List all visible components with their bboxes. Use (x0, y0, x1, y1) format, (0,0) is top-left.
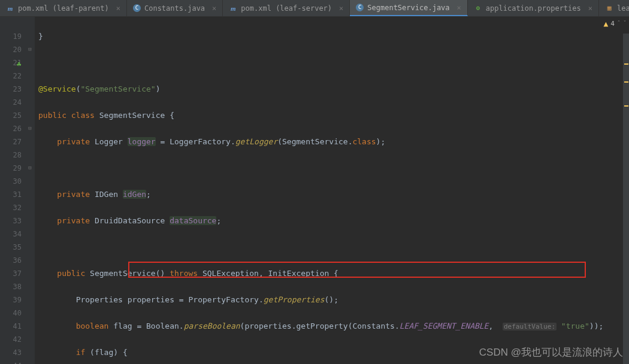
editor-tabs: mpom.xml (leaf-parent)× CConstants.java×… (0, 0, 629, 17)
tab-pom-parent[interactable]: mpom.xml (leaf-parent)× (0, 0, 127, 16)
line-number: 35 (0, 241, 22, 254)
line-number: 43 (0, 346, 22, 359)
line-number-gutter[interactable]: 1920212223242526272829303132333435363738… (0, 17, 26, 364)
line-number: 33 (0, 214, 22, 228)
leaf-icon: ▦ (605, 4, 613, 13)
line-number: 32 (0, 201, 22, 214)
maven-icon: m (229, 4, 237, 13)
line-number: 38 (0, 280, 22, 293)
close-icon[interactable]: × (212, 4, 216, 13)
line-number: 24 (0, 96, 22, 109)
error-stripe[interactable] (623, 34, 629, 364)
properties-icon: ⚙ (474, 4, 482, 13)
fold-minus-icon[interactable]: ⊟ (27, 46, 33, 52)
tab-app-properties[interactable]: ⚙application.properties× (468, 0, 599, 16)
line-number: 25 (0, 109, 22, 122)
line-number: 19 (0, 30, 22, 43)
line-number: 41 (0, 320, 22, 333)
code-editor[interactable]: } @Service("SegmentService") public clas… (35, 17, 629, 364)
line-number: 20 (0, 43, 22, 56)
close-icon[interactable]: × (457, 4, 461, 12)
line-number: 34 (0, 228, 22, 241)
line-number: 44 (0, 359, 22, 364)
fold-column[interactable]: ⊟ ⊟ ⊟ (26, 17, 35, 364)
close-icon[interactable]: × (339, 4, 343, 13)
editor-area: 1920212223242526272829303132333435363738… (0, 17, 629, 364)
close-icon[interactable]: × (588, 4, 592, 13)
fold-minus-icon[interactable]: ⊟ (27, 165, 33, 171)
line-number: 37 (0, 267, 22, 280)
line-number: 27 (0, 135, 22, 148)
line-number: 36 (0, 254, 22, 267)
line-number: 40 (0, 307, 22, 320)
maven-icon: m (6, 4, 14, 13)
line-number: 31 (0, 188, 22, 201)
class-icon: C (356, 4, 364, 11)
line-number: 29 (0, 162, 22, 175)
line-number: 26 (0, 122, 22, 135)
fold-minus-icon[interactable]: ⊟ (27, 125, 33, 131)
tab-pom-server[interactable]: mpom.xml (leaf-server)× (223, 0, 350, 16)
line-number: 39 (0, 293, 22, 307)
line-number: 30 (0, 175, 22, 188)
tab-leaf-properties[interactable]: ▦leaf.properties× (599, 0, 629, 16)
line-number: 23 (0, 83, 22, 96)
class-icon: C (133, 4, 141, 12)
line-number: 42 (0, 333, 22, 346)
spring-bean-icon[interactable]: ☘ (17, 60, 25, 68)
tab-segmentservice[interactable]: CSegmentService.java× (350, 0, 468, 16)
tab-constants[interactable]: CConstants.java× (127, 0, 223, 16)
line-number: 22 (0, 69, 22, 83)
line-number: 28 (0, 148, 22, 162)
close-icon[interactable]: × (116, 4, 120, 13)
